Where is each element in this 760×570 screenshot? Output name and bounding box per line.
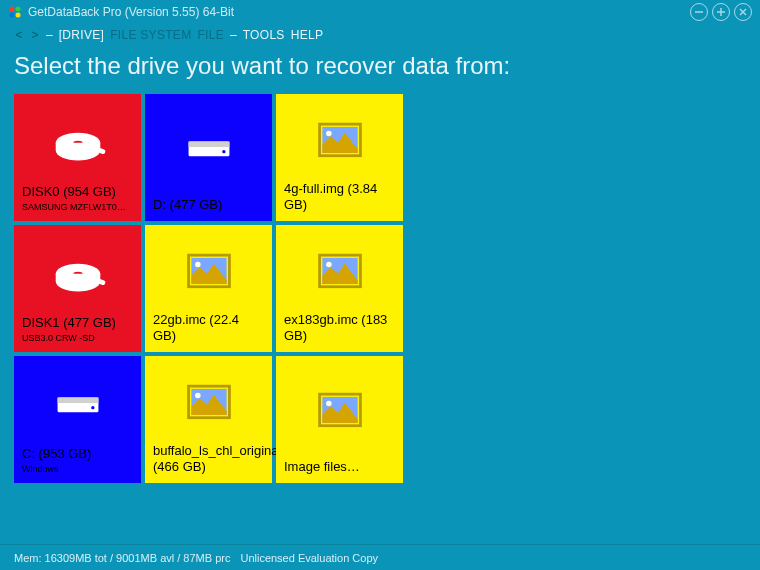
drive-icon bbox=[153, 102, 264, 197]
drive-tile[interactable]: 22gb.imc (22.4 GB) bbox=[145, 225, 272, 352]
drive-tile[interactable]: 4g-full.img (3.84 GB) bbox=[276, 94, 403, 221]
window-controls bbox=[690, 3, 752, 21]
page-heading: Select the drive you want to recover dat… bbox=[0, 50, 760, 90]
app-icon bbox=[8, 5, 22, 19]
tile-label: DISK1 (477 GB) bbox=[22, 315, 133, 331]
menu-filesystem[interactable]: FILE SYSTEM bbox=[110, 28, 191, 42]
tile-label: ex183gb.imc (183 GB) bbox=[284, 312, 395, 345]
close-button[interactable] bbox=[734, 3, 752, 21]
disk-icon bbox=[22, 102, 133, 184]
tile-label: Image files… bbox=[284, 459, 395, 475]
tile-label: buffalo_ls_chl_original (466 GB) bbox=[153, 443, 264, 476]
tile-label: DISK0 (954 GB) bbox=[22, 184, 133, 200]
tile-label: 4g-full.img (3.84 GB) bbox=[284, 181, 395, 214]
menu-file[interactable]: FILE bbox=[197, 28, 224, 42]
image-icon bbox=[153, 233, 264, 312]
drive-tile[interactable]: Image files… bbox=[276, 356, 403, 483]
image-icon bbox=[284, 102, 395, 181]
svg-point-1 bbox=[16, 7, 21, 12]
status-bar: Mem: 16309MB tot / 9001MB avl / 87MB prc… bbox=[0, 544, 760, 570]
window-title: GetDataBack Pro (Version 5.55) 64-Bit bbox=[28, 5, 690, 19]
tile-label: C: (953 GB) bbox=[22, 446, 133, 462]
drive-tile[interactable]: buffalo_ls_chl_original (466 GB) bbox=[145, 356, 272, 483]
title-bar: GetDataBack Pro (Version 5.55) 64-Bit bbox=[0, 0, 760, 24]
svg-point-3 bbox=[16, 13, 21, 18]
tile-sublabel: Windows bbox=[22, 464, 133, 475]
drive-tile[interactable]: DISK1 (477 GB)USB3.0 CRW -SD bbox=[14, 225, 141, 352]
tile-sublabel: SAMSUNG MZFLW1T0… bbox=[22, 202, 133, 213]
menu-bar: < > – [DRIVE] FILE SYSTEM FILE – TOOLS H… bbox=[0, 24, 760, 50]
status-memory: Mem: 16309MB tot / 9001MB avl / 87MB prc bbox=[14, 552, 230, 564]
menu-tools[interactable]: TOOLS bbox=[243, 28, 285, 42]
menu-help[interactable]: HELP bbox=[291, 28, 324, 42]
image-icon bbox=[153, 364, 264, 443]
drive-tile[interactable]: C: (953 GB)Windows bbox=[14, 356, 141, 483]
tile-label: 22gb.imc (22.4 GB) bbox=[153, 312, 264, 345]
svg-point-2 bbox=[10, 13, 15, 18]
nav-back-icon[interactable]: < bbox=[14, 28, 24, 42]
drive-tile[interactable]: ex183gb.imc (183 GB) bbox=[276, 225, 403, 352]
drive-tile[interactable]: D: (477 GB) bbox=[145, 94, 272, 221]
status-license: Unlicensed Evaluation Copy bbox=[240, 552, 378, 564]
maximize-button[interactable] bbox=[712, 3, 730, 21]
minimize-button[interactable] bbox=[690, 3, 708, 21]
svg-point-0 bbox=[10, 7, 15, 12]
nav-forward-icon[interactable]: > bbox=[30, 28, 40, 42]
drive-grid: DISK0 (954 GB)SAMSUNG MZFLW1T0…D: (477 G… bbox=[0, 90, 760, 487]
drive-icon bbox=[22, 364, 133, 446]
drive-tile[interactable]: DISK0 (954 GB)SAMSUNG MZFLW1T0… bbox=[14, 94, 141, 221]
tile-label: D: (477 GB) bbox=[153, 197, 264, 213]
image-icon bbox=[284, 233, 395, 312]
tile-sublabel: USB3.0 CRW -SD bbox=[22, 333, 133, 344]
disk-icon bbox=[22, 233, 133, 315]
menu-drive[interactable]: [DRIVE] bbox=[59, 28, 104, 42]
image-icon bbox=[284, 364, 395, 459]
